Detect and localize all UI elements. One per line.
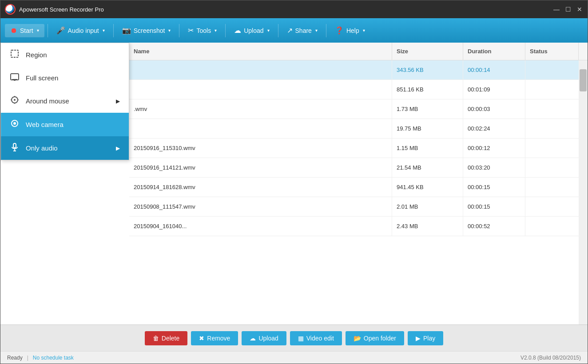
menu-item-only-audio[interactable]: Only audio ▶ — [1, 136, 129, 160]
svg-rect-0 — [11, 50, 18, 57]
table-row[interactable]: 20150908_111547.wmv 2.01 MB 00:00:15 — [129, 197, 579, 217]
menu-item-around-mouse[interactable]: Around mouse ▶ — [1, 89, 129, 113]
tools-icon: ✂ — [188, 26, 194, 35]
cell-status — [525, 119, 579, 138]
file-list-container: 343.56 KB 00:00:14 851.16 KB 00:01:09 .w… — [129, 60, 588, 324]
menu-item-web-camera[interactable]: Web camera — [1, 113, 129, 136]
remove-button[interactable]: ✖ Remove — [191, 331, 238, 345]
menu-item-region[interactable]: Region — [1, 43, 129, 67]
svg-point-11 — [13, 122, 16, 125]
col-status: Status — [525, 43, 579, 60]
play-icon: ▶ — [416, 335, 421, 342]
audio-input-arrow: ▾ — [103, 28, 105, 33]
svg-rect-1 — [11, 74, 19, 80]
share-label: Share — [295, 27, 312, 34]
web-camera-label: Web camera — [26, 121, 64, 128]
delete-icon: 🗑 — [153, 335, 159, 342]
main-window: Apowersoft Screen Recorder Pro — ☐ ✕ ⏺ S… — [0, 0, 588, 364]
video-edit-icon: ▦ — [298, 335, 304, 342]
cell-name — [129, 80, 392, 99]
close-button[interactable]: ✕ — [576, 6, 583, 13]
cell-duration: 00:00:03 — [463, 99, 525, 119]
only-audio-label: Only audio — [26, 144, 58, 152]
table-row[interactable]: 20150904_161040... 2.43 MB 00:00:52 — [129, 217, 579, 236]
share-arrow: ▾ — [315, 28, 318, 33]
remove-label: Remove — [207, 335, 230, 342]
video-edit-button[interactable]: ▦ Video edit — [290, 331, 342, 345]
table-row[interactable]: 19.75 MB 00:02:24 — [129, 119, 579, 138]
open-folder-button[interactable]: 📂 Open folder — [346, 331, 404, 345]
delete-button[interactable]: 🗑 Delete — [145, 331, 187, 345]
table-row[interactable]: 20150914_181628.wmv 941.45 KB 00:00:15 — [129, 178, 579, 197]
table-row[interactable]: 20150916_114121.wmv 21.54 MB 00:03:20 — [129, 158, 579, 178]
screenshot-button[interactable]: 📷 Screenshot ▾ — [117, 24, 176, 37]
sep2 — [113, 24, 114, 37]
cell-name — [129, 60, 392, 79]
sep6 — [326, 24, 326, 37]
play-label: Play — [423, 335, 435, 342]
sep3 — [179, 24, 179, 37]
start-label: Start — [20, 27, 33, 34]
around-mouse-icon — [10, 95, 20, 107]
col-size: Size — [392, 43, 463, 60]
table-row[interactable]: .wmv 1.73 MB 00:00:03 — [129, 99, 579, 119]
web-camera-icon — [10, 119, 20, 130]
cell-status — [525, 99, 579, 119]
svg-point-5 — [14, 99, 16, 101]
main-toolbar: ⏺ Start ▾ 🎤 Audio input ▾ 📷 Screenshot ▾… — [0, 18, 588, 43]
around-mouse-arrow: ▶ — [116, 98, 120, 104]
upload-arrow: ▾ — [267, 28, 270, 33]
status-text: Ready — [7, 355, 23, 361]
sep1 — [48, 24, 48, 37]
cell-status — [525, 178, 579, 197]
file-list[interactable]: 343.56 KB 00:00:14 851.16 KB 00:01:09 .w… — [129, 60, 579, 324]
cell-name: 20150916_114121.wmv — [129, 158, 392, 177]
delete-label: Delete — [162, 335, 179, 342]
cell-size: 19.75 MB — [392, 119, 463, 138]
screenshot-arrow: ▾ — [168, 28, 171, 33]
open-folder-label: Open folder — [364, 335, 396, 342]
file-table-header: Name Size Duration Status — [129, 43, 588, 60]
scrollbar[interactable] — [579, 60, 588, 324]
table-row[interactable]: 851.16 KB 00:01:09 — [129, 80, 579, 99]
tools-button[interactable]: ✂ Tools ▾ — [183, 24, 222, 37]
only-audio-arrow: ▶ — [116, 145, 120, 151]
cell-status — [525, 217, 579, 236]
upload-button[interactable]: ☁ Upload ▾ — [229, 24, 274, 37]
full-screen-icon — [10, 73, 20, 83]
help-arrow: ▾ — [363, 28, 365, 33]
full-screen-label: Full screen — [26, 74, 58, 82]
cell-size: 2.43 MB — [392, 217, 463, 236]
audio-input-icon: 🎤 — [56, 26, 65, 35]
table-row[interactable]: 343.56 KB 00:00:14 — [129, 60, 579, 80]
minimize-button[interactable]: — — [553, 6, 560, 13]
cell-status — [525, 80, 579, 99]
cell-name: .wmv — [129, 99, 392, 119]
menu-item-full-screen[interactable]: Full screen — [1, 67, 129, 89]
cell-duration: 00:03:20 — [463, 158, 525, 177]
cell-size: 2.01 MB — [392, 197, 463, 216]
audio-input-button[interactable]: 🎤 Audio input ▾ — [51, 24, 110, 37]
statusbar: Ready | No schedule task V2.0.8 (Build 0… — [0, 351, 588, 364]
maximize-button[interactable]: ☐ — [564, 6, 572, 13]
file-area: Name Size Duration Status 343.56 KB 00:0… — [129, 43, 588, 324]
cell-status — [525, 60, 579, 79]
start-button[interactable]: ⏺ Start ▾ — [5, 24, 44, 37]
play-button[interactable]: ▶ Play — [408, 331, 443, 345]
app-logo — [5, 4, 16, 15]
help-button[interactable]: ❓ Help ▾ — [330, 24, 370, 37]
scrollbar-thumb[interactable] — [580, 69, 587, 91]
upload-files-button[interactable]: ☁ Upload — [242, 331, 286, 345]
table-row[interactable]: 20150916_115310.wmv 1.15 MB 00:00:12 — [129, 138, 579, 158]
tools-arrow: ▾ — [215, 28, 217, 33]
col-name: Name — [129, 43, 392, 60]
cell-size: 941.45 KB — [392, 178, 463, 197]
screenshot-label: Screenshot — [134, 27, 165, 34]
svg-rect-3 — [14, 80, 16, 81]
cell-duration: 00:02:24 — [463, 119, 525, 138]
cell-size: 1.73 MB — [392, 99, 463, 119]
cell-size: 851.16 KB — [392, 80, 463, 99]
share-button[interactable]: ↗ Share ▾ — [282, 24, 323, 37]
app-title: Apowersoft Screen Recorder Pro — [19, 6, 553, 13]
start-dropdown-menu: Region Full screen — [0, 43, 129, 160]
